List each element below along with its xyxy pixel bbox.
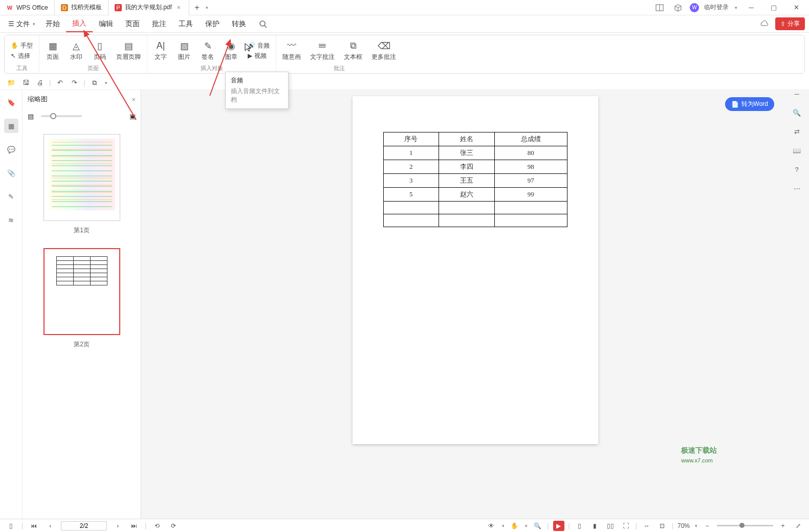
text-button[interactable]: A|文字 [151,39,170,62]
thumb-picture-icon[interactable]: ▣ [129,113,136,120]
search-icon[interactable] [256,17,270,31]
bookmark-icon[interactable]: 🔖 [4,95,18,109]
login-label[interactable]: 临时登录 [704,3,729,12]
thumbnail-icon[interactable]: ▦ [4,119,18,133]
sb-full-icon[interactable]: ⛶ [620,521,631,531]
edit-icon[interactable]: ✎ [4,189,18,204]
login-dropdown-icon[interactable]: ▾ [735,5,737,10]
sb-fith-icon[interactable]: ↔ [641,521,652,531]
save-icon[interactable]: 🖫 [20,78,31,88]
layers-icon[interactable]: ≋ [4,213,18,227]
thumb-page-1[interactable]: 第1页 [38,134,125,235]
pagenum-button[interactable]: ▯页码 [91,39,109,62]
tab-wps-office[interactable]: W WPS Office [0,0,55,15]
sb-fit-icon[interactable]: ⊡ [657,521,668,531]
menu-annotate[interactable]: 批注 [146,16,172,32]
menu-convert[interactable]: 转换 [226,16,252,32]
minimize-button[interactable]: ─ [742,0,760,15]
th: 姓名 [439,132,495,146]
quickbar: 📁 🖫 🖨 | ↶ ↷ | ⧉ ▾ [0,76,809,90]
sign-button[interactable]: ✎签名 [199,39,217,62]
stamp-button[interactable]: ◉图章 [222,39,240,62]
image-button[interactable]: ▧图片 [175,39,193,62]
menu-protect[interactable]: 保护 [199,16,226,32]
tab-close-icon[interactable]: × [175,4,183,11]
thumb-zoom-slider[interactable] [41,115,82,117]
sb-find-icon[interactable]: 🔍 [532,521,543,531]
page-button[interactable]: ▦页面 [43,39,62,62]
cursor-icon [245,43,252,52]
sb-hand-icon[interactable]: ✋ [509,521,520,531]
sb-play-icon[interactable]: ▶ [553,521,564,531]
menu-insert[interactable]: 插入 [66,16,93,32]
rb-more-icon[interactable]: ⋯ [794,185,800,192]
thumb-grid-icon[interactable]: ▧ [28,113,34,120]
moreannot-button[interactable]: ⌫更多批注 [369,39,398,62]
rb-book-icon[interactable]: 📖 [793,147,801,154]
convert-word-button[interactable]: 📄 转为Word [725,97,774,111]
zoom-slider[interactable] [717,525,773,526]
video-icon: ▶ [248,52,252,59]
rb-minus-icon[interactable]: ─ [794,90,799,98]
zoom-out-icon[interactable]: − [702,521,713,531]
convert-label: 转为Word [741,100,768,108]
page-icon: ▦ [47,40,58,52]
tab-template[interactable]: D 找稻壳模板 [55,0,108,15]
rb-translate-icon[interactable]: ⇄ [794,128,800,136]
sb-eye-icon[interactable]: 👁 [486,521,497,531]
menu-edit[interactable]: 编辑 [93,16,119,32]
sb-last-icon[interactable]: ⏭ [128,521,140,531]
rb-search-icon[interactable]: 🔍 [793,109,801,117]
sb-two-icon[interactable]: ▯▯ [605,521,616,531]
hand-tool[interactable]: ✋手型 [9,41,35,51]
newtab-dropdown-icon[interactable]: ▾ [206,5,208,10]
attachment-icon[interactable]: 📎 [4,166,18,180]
avatar[interactable]: W [690,3,699,12]
sb-expand-icon[interactable]: ⤢ [793,521,804,531]
open-icon[interactable]: 📁 [6,78,16,88]
menu-page[interactable]: 页面 [119,16,146,32]
file-menu[interactable]: ☰ 文件 ▾ [4,17,39,31]
sb-single-icon[interactable]: ▯ [574,521,585,531]
print-icon[interactable]: 🖨 [35,78,45,88]
new-tab-button[interactable]: + [189,3,205,12]
draw-button[interactable]: 〰随意画 [280,39,303,62]
cloud-icon[interactable] [758,17,771,31]
watermark-button[interactable]: ◬水印 [67,39,85,62]
thumb-close-icon[interactable]: × [132,96,136,103]
tab-document[interactable]: P 我的大学规划.pdf × [108,0,189,15]
audio-tooltip: 音频 插入音频文件到文档 [225,72,289,109]
thumb-page-2[interactable]: 第2页 [38,248,125,349]
rb-help-icon[interactable]: ? [795,166,798,173]
sb-rotate-left-icon[interactable]: ⟲ [151,521,163,531]
sb-next-icon[interactable]: › [112,521,123,531]
layout-icon[interactable] [653,1,666,14]
thumb-label: 第1页 [74,226,90,235]
box-icon[interactable] [671,1,685,14]
textbox-button[interactable]: ⧉文本框 [342,39,364,62]
menu-start[interactable]: 开始 [39,16,66,32]
sb-prev-icon[interactable]: ‹ [45,521,56,531]
menu-tools[interactable]: 工具 [172,16,199,32]
redo-icon[interactable]: ↷ [69,78,79,88]
zoom-in-icon[interactable]: + [777,521,789,531]
maximize-button[interactable]: ▢ [765,0,782,15]
textannot-button[interactable]: ⩸文字批注 [308,39,337,62]
headerfooter-button[interactable]: ▤页眉页脚 [114,39,143,62]
pagenum-icon: ▯ [94,40,105,52]
sb-doc-icon[interactable]: ▯ [5,521,16,531]
sb-rotate-right-icon[interactable]: ⟳ [168,521,179,531]
sb-first-icon[interactable]: ⏮ [28,521,39,531]
comment-icon[interactable]: 💬 [4,142,18,157]
select-tool[interactable]: ↖选择 [9,51,35,61]
video-button[interactable]: ▶视频 [246,51,272,61]
undo-icon[interactable]: ↶ [55,78,65,88]
quickbar-more-icon[interactable]: ▾ [105,80,107,85]
close-button[interactable]: ✕ [788,0,805,15]
page-input[interactable] [61,521,107,530]
copy-icon[interactable]: ⧉ [90,78,100,88]
zoom-label[interactable]: 70% [677,522,690,529]
share-button[interactable]: ⇧ 分享 [775,17,805,30]
tooltip-title: 音频 [231,76,283,85]
sb-cont-icon[interactable]: ▮ [589,521,601,531]
